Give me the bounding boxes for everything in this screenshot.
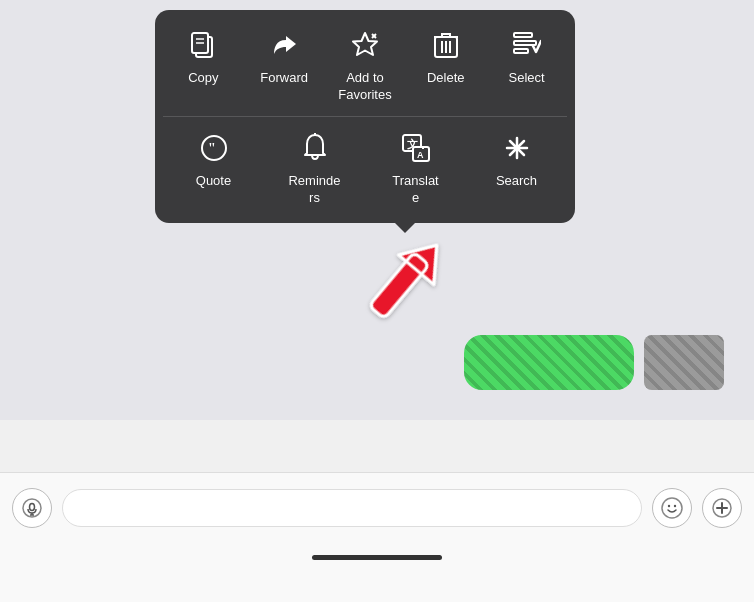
blurred-thumbnail xyxy=(644,335,724,390)
svg-point-33 xyxy=(30,504,35,511)
svg-point-37 xyxy=(668,505,670,507)
home-indicator xyxy=(0,543,754,571)
menu-item-translate[interactable]: 文 A Translate xyxy=(380,129,452,207)
menu-item-add-to-favorites[interactable]: Add toFavorites xyxy=(329,26,401,104)
input-row xyxy=(0,473,754,543)
menu-item-delete[interactable]: Delete xyxy=(410,26,482,87)
menu-item-search-label: Search xyxy=(496,173,537,190)
menu-item-quote[interactable]: " Quote xyxy=(178,129,250,190)
menu-item-reminders[interactable]: Reminders xyxy=(279,129,351,207)
svg-point-38 xyxy=(674,505,676,507)
quote-icon: " xyxy=(195,129,233,167)
copy-icon xyxy=(184,26,222,64)
add-button[interactable] xyxy=(702,488,742,528)
arrow-annotation xyxy=(330,230,460,360)
message-input[interactable] xyxy=(62,489,642,527)
svg-text:": " xyxy=(208,141,216,156)
home-bar xyxy=(312,555,442,560)
search-icon xyxy=(498,129,536,167)
chat-area: Copy Forward xyxy=(0,0,754,420)
star-icon xyxy=(346,26,384,64)
select-icon xyxy=(508,26,546,64)
menu-item-select[interactable]: Select xyxy=(491,26,563,87)
menu-item-translate-label: Translate xyxy=(392,173,438,207)
svg-point-36 xyxy=(662,498,682,518)
emoji-button[interactable] xyxy=(652,488,692,528)
menu-item-forward[interactable]: Forward xyxy=(248,26,320,87)
input-bar xyxy=(0,472,754,602)
emoji-icon xyxy=(661,497,683,519)
menu-item-delete-label: Delete xyxy=(427,70,465,87)
menu-item-forward-label: Forward xyxy=(260,70,308,87)
menu-item-copy[interactable]: Copy xyxy=(167,26,239,87)
menu-item-select-label: Select xyxy=(509,70,545,87)
context-menu: Copy Forward xyxy=(155,10,575,223)
trash-icon xyxy=(427,26,465,64)
svg-text:A: A xyxy=(417,150,424,160)
menu-item-quote-label: Quote xyxy=(196,173,231,190)
message-bubble xyxy=(464,335,634,390)
forward-icon xyxy=(265,26,303,64)
add-icon xyxy=(712,498,732,518)
context-menu-row-2: " Quote Reminders xyxy=(163,116,567,211)
translate-icon: 文 A xyxy=(397,129,435,167)
bell-icon xyxy=(296,129,334,167)
voice-button[interactable] xyxy=(12,488,52,528)
svg-rect-15 xyxy=(514,49,528,53)
menu-item-favorites-label: Add toFavorites xyxy=(338,70,391,104)
voice-icon xyxy=(22,498,42,518)
svg-rect-13 xyxy=(514,33,532,37)
svg-rect-14 xyxy=(514,41,536,45)
context-menu-row-1: Copy Forward xyxy=(163,22,567,116)
menu-item-search[interactable]: Search xyxy=(481,129,553,190)
menu-item-copy-label: Copy xyxy=(188,70,218,87)
menu-item-reminders-label: Reminders xyxy=(288,173,340,207)
